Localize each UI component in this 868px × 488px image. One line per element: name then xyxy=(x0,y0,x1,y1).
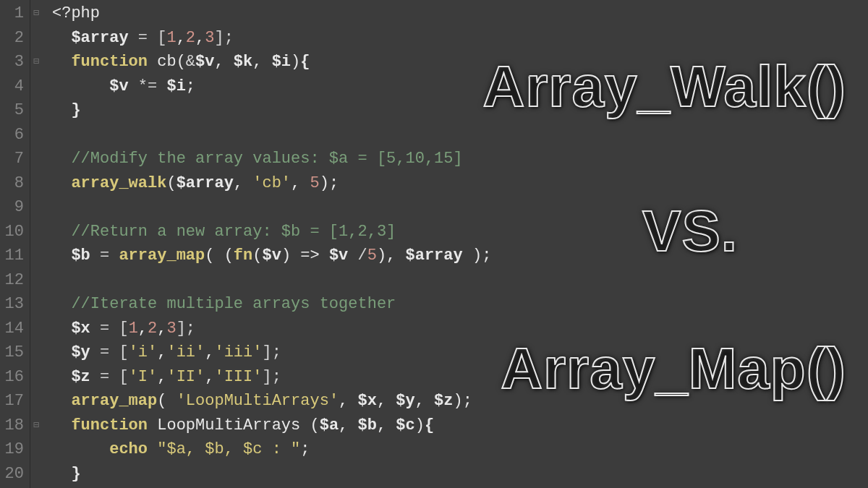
fold-marker xyxy=(32,317,41,341)
token-op: *= xyxy=(129,77,167,95)
fold-marker[interactable]: ⊟ xyxy=(32,1,41,26)
line-number: 10 xyxy=(3,220,24,244)
token-var: $b xyxy=(71,247,90,265)
token-punct: , xyxy=(339,416,357,435)
token-op: ]; xyxy=(176,320,195,338)
code-line[interactable] xyxy=(52,123,491,147)
code-line[interactable]: <?php xyxy=(52,1,491,26)
token-punct: , xyxy=(377,392,396,410)
token-var: $array xyxy=(176,174,234,192)
token-comment: //Iterate multiple arrays together xyxy=(71,295,396,313)
token-punct: , xyxy=(339,392,357,410)
code-line[interactable]: function LoopMultiArrays ($a, $b, $c){ xyxy=(52,414,491,438)
token-op xyxy=(52,223,71,241)
token-op: = xyxy=(90,247,119,265)
token-comment: //Return a new array: $b = [1,2,3] xyxy=(71,223,396,241)
token-punct: ); xyxy=(454,392,472,410)
token-op xyxy=(52,247,71,265)
line-number: 18 xyxy=(3,414,24,438)
token-str: 'ii' xyxy=(166,343,205,361)
code-line[interactable]: $b = array_map( (fn($v) => $v /5), $arra… xyxy=(52,244,491,268)
line-number: 4 xyxy=(3,74,24,99)
token-op xyxy=(52,416,71,435)
fold-marker[interactable]: ⊟ xyxy=(32,50,41,74)
token-var: $v xyxy=(195,53,214,71)
token-punct: ( xyxy=(157,392,176,410)
line-number: 17 xyxy=(3,389,24,414)
line-number: 20 xyxy=(3,462,24,487)
code-line[interactable]: $x = [1,2,3]; xyxy=(52,317,491,341)
token-punct: ; xyxy=(300,440,310,458)
code-line[interactable]: $y = ['i','ii','iii']; xyxy=(52,341,491,365)
code-line[interactable]: $z = ['I','II','III']; xyxy=(52,365,491,390)
token-var: $k xyxy=(234,53,252,71)
token-brace: } xyxy=(71,101,80,119)
token-punct: , xyxy=(205,368,214,386)
token-punct: , xyxy=(415,392,434,410)
line-number: 7 xyxy=(3,147,24,171)
token-call: array_map xyxy=(71,392,157,410)
code-line[interactable]: array_walk($array, 'cb', 5); xyxy=(52,171,491,196)
code-line[interactable]: //Return a new array: $b = [1,2,3] xyxy=(52,220,491,244)
token-num: 2 xyxy=(186,29,195,47)
token-str: 'cb' xyxy=(252,174,291,192)
token-var: $x xyxy=(71,320,90,338)
code-line[interactable]: function cb(&$v, $k, $i){ xyxy=(52,50,491,74)
token-str: 'i' xyxy=(129,343,158,361)
fold-marker xyxy=(32,365,41,390)
line-number: 14 xyxy=(3,317,24,341)
token-op xyxy=(52,53,71,71)
fold-gutter: ⊟⊟⊟ xyxy=(30,0,43,488)
token-brace: } xyxy=(71,465,80,483)
token-str: 'II' xyxy=(166,368,205,386)
token-fn-name: cb xyxy=(157,53,176,71)
token-fn-name: LoopMultiArrays xyxy=(157,416,300,435)
fold-marker xyxy=(32,123,41,147)
fold-marker[interactable]: ⊟ xyxy=(32,414,41,438)
token-punct: , xyxy=(205,343,214,361)
token-op: ]; xyxy=(262,368,281,386)
token-var: $v xyxy=(329,247,348,265)
token-punct: ( xyxy=(166,174,176,192)
token-var: $array xyxy=(406,247,463,265)
token-op xyxy=(52,150,71,168)
line-number: 5 xyxy=(3,98,24,123)
token-var: $b xyxy=(358,416,377,435)
token-str: 'LoopMultiArrays' xyxy=(176,392,339,410)
fold-marker xyxy=(32,437,41,462)
fold-marker xyxy=(32,292,41,317)
token-punct: ( xyxy=(310,416,319,435)
code-area[interactable]: <?php $array = [1,2,3]; function cb(&$v,… xyxy=(43,0,491,488)
code-line[interactable]: //Modify the array values: $a = [5,10,15… xyxy=(52,147,491,171)
token-var: $i xyxy=(166,77,185,95)
code-line[interactable]: array_map( 'LoopMultiArrays', $x, $y, $z… xyxy=(52,389,491,414)
code-line[interactable] xyxy=(52,195,491,220)
token-op xyxy=(52,343,71,361)
line-number: 6 xyxy=(3,123,24,147)
token-op: = [ xyxy=(90,368,129,386)
token-brace: { xyxy=(300,53,310,71)
token-punct: ) => xyxy=(281,247,329,265)
token-call: array_walk xyxy=(71,174,166,192)
code-line[interactable]: $array = [1,2,3]; xyxy=(52,26,491,51)
token-var: $y xyxy=(71,343,90,361)
token-num: 5 xyxy=(310,174,319,192)
code-line[interactable]: //Iterate multiple arrays together xyxy=(52,292,491,317)
code-line[interactable]: echo "$a, $b, $c : "; xyxy=(52,437,491,462)
token-punct: , xyxy=(157,343,166,361)
code-line[interactable] xyxy=(52,268,491,293)
token-num: 3 xyxy=(166,320,176,338)
token-op xyxy=(148,53,157,71)
code-line[interactable]: } xyxy=(52,98,491,123)
line-number: 16 xyxy=(3,365,24,390)
fold-marker xyxy=(32,74,41,99)
token-op xyxy=(52,440,109,458)
code-line[interactable]: $v *= $i; xyxy=(52,74,491,99)
line-number: 2 xyxy=(3,26,24,51)
code-line[interactable]: } xyxy=(52,462,491,487)
token-punct: , xyxy=(195,29,205,47)
token-op xyxy=(52,320,71,338)
token-str: 'III' xyxy=(214,368,262,386)
line-number: 19 xyxy=(3,437,24,462)
line-number: 8 xyxy=(3,171,24,196)
